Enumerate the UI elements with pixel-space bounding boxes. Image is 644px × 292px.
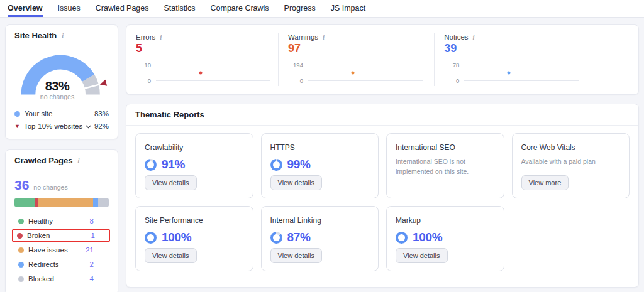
report-card-site-performance: Site Performance 100% View details: [135, 206, 253, 271]
axis-tick: 194: [288, 62, 303, 68]
report-card-internal-linking: Internal Linking 87% View details: [261, 206, 379, 271]
metric-label: Errors: [136, 33, 155, 41]
tab-crawled-pages[interactable]: Crawled Pages: [96, 0, 149, 17]
legend-label: Blocked: [28, 275, 54, 283]
metric-value: 39: [444, 42, 638, 55]
gridline: [308, 65, 423, 65]
legend-count-link[interactable]: 8: [90, 217, 94, 225]
axis-tick: 0: [444, 77, 459, 84]
legend-label: Your site: [25, 110, 52, 117]
legend-count-link[interactable]: 1: [91, 232, 95, 239]
blue-dot-icon: [14, 111, 20, 117]
metric-trend-chart: 10 0: [136, 61, 270, 84]
benchmark-marker-icon: [100, 80, 107, 86]
report-description: Available with a paid plan: [521, 157, 621, 167]
report-card-core-web-vitals: Core Web Vitals Available with a paid pl…: [512, 133, 630, 198]
legend-count-link[interactable]: 2: [90, 261, 94, 268]
report-card-crawlability: Crawlability 91% View details: [135, 133, 253, 198]
legend-item-top10-websites[interactable]: ▼ Top-10% websites 92%: [14, 120, 109, 132]
legend-item-your-site: Your site 83%: [14, 107, 109, 120]
view-details-button[interactable]: View details: [270, 175, 323, 190]
axis-tick: 0: [136, 77, 151, 84]
legend-value: 83%: [94, 110, 109, 117]
legend-label: Redirects: [28, 261, 59, 268]
site-health-gauge: 83% no changes: [14, 50, 110, 102]
gridline: [156, 80, 270, 81]
report-percent: 99%: [287, 158, 311, 171]
metric-value: 97: [288, 42, 434, 55]
gridline: [464, 65, 579, 65]
info-icon[interactable]: i: [60, 32, 65, 39]
view-details-button[interactable]: View details: [145, 248, 197, 263]
report-title: International SEO: [396, 143, 495, 152]
data-point-dot: [351, 71, 354, 74]
bar-segment-healthy: [14, 198, 35, 207]
legend-label: Have issues: [28, 246, 68, 254]
legend-item-healthy: Healthy 8: [14, 215, 109, 227]
metric-label: Warnings: [288, 33, 318, 41]
orange-dot-icon: [18, 247, 24, 253]
axis-tick: 0: [288, 77, 303, 84]
bar-segment-blocked: [98, 198, 109, 207]
view-details-button[interactable]: View details: [396, 248, 448, 263]
crawled-pages-legend: Healthy 8 Broken 1 Have issues 21: [14, 215, 109, 285]
report-title: Internal Linking: [270, 216, 370, 225]
metric-trend-chart: 194 0: [288, 61, 423, 84]
tab-compare-crawls[interactable]: Compare Crawls: [211, 0, 269, 17]
main-area: Errors i 5 10 0 Warnings i 97: [126, 24, 639, 288]
tab-statistics[interactable]: Statistics: [164, 0, 196, 17]
site-health-legend: Your site 83% ▼ Top-10% websites 92%: [14, 107, 109, 132]
legend-label: Broken: [27, 232, 50, 239]
gridline: [156, 65, 270, 65]
legend-count-link[interactable]: 21: [86, 246, 94, 254]
info-icon[interactable]: i: [321, 34, 326, 41]
report-title: Markup: [396, 216, 495, 225]
legend-count-link[interactable]: 4: [90, 275, 94, 283]
metric-notices: Notices i 39 78 0: [434, 33, 638, 86]
metric-errors: Errors i 5 10 0: [126, 33, 278, 86]
red-dot-icon: [17, 233, 23, 239]
view-details-button[interactable]: View details: [270, 248, 323, 263]
bar-segment-redirects: [93, 198, 98, 207]
bar-segment-have-issues: [38, 198, 94, 207]
info-icon[interactable]: i: [158, 34, 163, 41]
tab-issues[interactable]: Issues: [58, 0, 80, 17]
site-health-card: Site Health i 83% no changes: [5, 24, 118, 139]
crawled-pages-title: Crawled Pages: [14, 156, 73, 165]
crawled-pages-change: no changes: [33, 183, 67, 191]
metric-value: 5: [136, 42, 278, 55]
data-point-dot: [507, 71, 510, 74]
report-card-international-seo: International SEO International SEO is n…: [386, 133, 504, 198]
tab-js-impact[interactable]: JS Impact: [331, 0, 366, 17]
legend-item-blocked: Blocked 4: [14, 273, 109, 285]
progress-ring-icon: [145, 159, 157, 171]
gridline: [464, 80, 579, 81]
thematic-reports-card: Thematic Reports Crawlability 91% View d…: [126, 104, 639, 288]
thematic-reports-grid: Crawlability 91% View details HTTPS 99%: [126, 126, 638, 280]
progress-ring-icon: [396, 232, 408, 244]
metric-label: Notices: [444, 33, 468, 41]
gridline: [308, 80, 423, 81]
view-details-button[interactable]: View details: [145, 175, 197, 190]
top-nav: Overview Issues Crawled Pages Statistics…: [0, 0, 644, 18]
legend-item-broken: Broken 1: [12, 229, 110, 242]
view-more-button[interactable]: View more: [521, 175, 569, 190]
gray-dot-icon: [18, 276, 24, 282]
info-icon[interactable]: i: [77, 157, 81, 164]
axis-tick: 10: [136, 62, 151, 68]
report-title: Core Web Vitals: [521, 143, 621, 152]
report-title: HTTPS: [270, 143, 370, 152]
sidebar: Site Health i 83% no changes: [5, 24, 118, 288]
metric-trend-chart: 78 0: [444, 61, 579, 84]
report-title: Site Performance: [145, 216, 244, 225]
site-health-title: Site Health: [14, 31, 57, 40]
report-title: Crawlability: [145, 143, 244, 152]
legend-item-redirects: Redirects 2: [14, 258, 109, 271]
crawled-pages-stacked-bar: [14, 198, 109, 207]
tab-overview[interactable]: Overview: [8, 0, 43, 17]
triangle-down-icon: ▼: [14, 124, 20, 129]
chevron-down-icon[interactable]: [86, 125, 91, 129]
green-dot-icon: [18, 219, 24, 224]
tab-progress[interactable]: Progress: [284, 0, 316, 17]
info-icon[interactable]: i: [472, 34, 476, 41]
